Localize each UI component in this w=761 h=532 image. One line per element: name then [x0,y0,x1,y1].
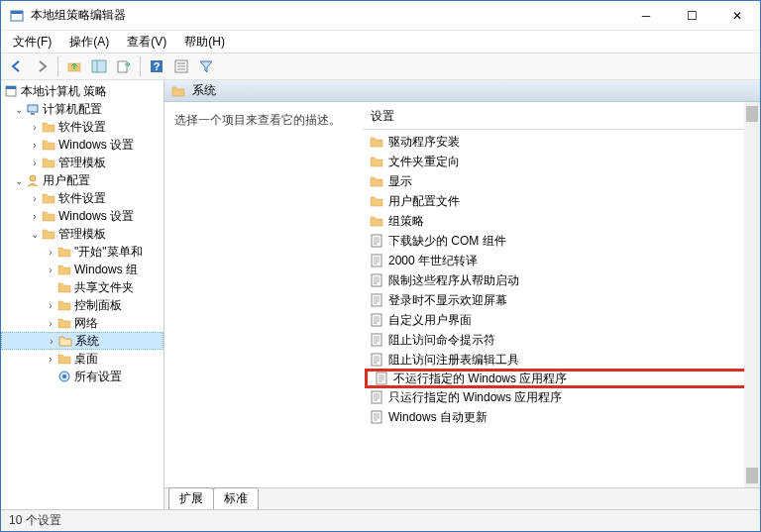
list-item[interactable]: 下载缺少的 COM 组件 [363,231,760,251]
expand-icon[interactable]: › [46,336,57,347]
list-item[interactable]: 用户配置文件 [363,191,760,211]
list-item[interactable]: 2000 年世纪转译 [363,251,760,270]
folder-icon [41,156,56,169]
tree-control-panel[interactable]: › 控制面板 [1,296,163,314]
scroll-up-button[interactable] [746,106,758,122]
list-item[interactable]: 阻止访问命令提示符 [363,330,760,350]
list-item[interactable]: Windows 自动更新 [363,407,760,427]
app-window: 本地组策略编辑器 ─ ☐ ✕ 文件(F) 操作(A) 查看(V) 帮助(H) ?… [0,0,761,532]
expand-icon[interactable]: › [29,211,41,222]
svg-rect-29 [372,274,381,286]
settings-list[interactable]: 设置 驱动程序安装文件夹重定向显示用户配置文件组策略下载缺少的 COM 组件20… [363,102,760,487]
folder-icon [56,316,72,330]
list-item[interactable]: 驱动程序安装 [363,132,760,152]
minimize-button[interactable]: ─ [623,1,669,31]
menu-help[interactable]: 帮助(H) [176,32,233,53]
tree-network[interactable]: › 网络 [1,314,163,332]
list-item-label: 阻止访问命令提示符 [388,332,495,349]
up-button[interactable] [62,54,86,78]
folder-icon [41,191,56,205]
list-item[interactable]: 不运行指定的 Windows 应用程序 [365,369,758,388]
tree-admin-templates-1[interactable]: › 管理模板 [1,154,163,171]
tab-extended[interactable]: 扩展 [168,487,214,509]
policy-setting-icon [369,234,384,248]
tree-software-settings-2[interactable]: › 软件设置 [1,189,163,207]
folder-icon [41,138,56,152]
show-tree-button[interactable] [87,54,111,78]
expand-icon[interactable]: › [45,354,56,365]
tree-system[interactable]: › 系统 [1,332,163,350]
collapse-icon[interactable]: ⌄ [13,104,25,115]
status-text: 10 个设置 [9,512,61,529]
tree-computer-config[interactable]: ⌄ 计算机配置 [1,100,163,118]
help-button[interactable]: ? [145,54,168,78]
collapse-icon[interactable]: ⌄ [13,175,25,186]
tree-windows-settings-2[interactable]: › Windows 设置 [1,207,163,225]
menubar: 文件(F) 操作(A) 查看(V) 帮助(H) [1,31,760,53]
folder-icon [369,174,384,188]
expand-icon[interactable]: › [45,265,56,275]
expand-icon[interactable]: › [45,247,56,258]
svg-rect-44 [372,334,381,346]
tree-windows-settings-1[interactable]: › Windows 设置 [1,136,163,154]
tree-all-settings[interactable]: 所有设置 [1,368,163,385]
expand-icon[interactable]: › [29,140,41,151]
expand-icon[interactable]: › [29,193,41,204]
policy-setting-icon [374,372,389,385]
list-item-label: 限制这些程序从帮助启动 [388,272,519,289]
list-item[interactable]: 只运行指定的 Windows 应用程序 [363,387,760,407]
expand-icon[interactable]: › [45,318,56,329]
menu-file[interactable]: 文件(F) [5,32,59,53]
tree-windows-components[interactable]: › Windows 组 [1,261,163,278]
list-item[interactable]: 组策略 [363,211,760,231]
scroll-down-button[interactable] [746,468,758,483]
folder-icon [369,194,384,208]
tree-software-settings-1[interactable]: › 软件设置 [1,118,163,136]
filter-button[interactable] [194,54,218,78]
settings-icon [56,370,72,383]
list-item[interactable]: 显示 [363,171,760,191]
folder-icon [369,155,384,168]
back-button[interactable] [5,54,29,78]
policy-icon [3,84,19,98]
scrollbar-vertical[interactable] [744,102,760,487]
expand-icon[interactable]: › [29,122,41,133]
tree-desktop[interactable]: › 桌面 [1,350,163,368]
list-item[interactable]: 登录时不显示欢迎屏幕 [363,290,760,310]
tab-standard[interactable]: 标准 [213,487,259,509]
tree-root[interactable]: 本地计算机 策略 [1,82,163,100]
svg-rect-24 [372,255,381,266]
details-panel: 系统 选择一个项目来查看它的描述。 设置 驱动程序安装文件夹重定向显示用户配置文… [164,80,760,509]
folder-icon [41,227,56,241]
menu-action[interactable]: 操作(A) [61,32,117,53]
window-controls: ─ ☐ ✕ [623,1,760,31]
properties-button[interactable] [169,54,193,78]
column-header-setting[interactable]: 设置 [363,106,760,127]
list-item[interactable]: 阻止访问注册表编辑工具 [363,350,760,370]
tree-user-config[interactable]: ⌄ 用户配置 [1,171,163,189]
export-button[interactable] [112,54,136,78]
expand-icon[interactable]: › [45,300,56,311]
expand-icon[interactable]: › [29,158,41,168]
separator [57,56,58,76]
list-item-label: 登录时不显示欢迎屏幕 [388,292,507,309]
tree-shared-folders[interactable]: 共享文件夹 [1,278,163,296]
description-column: 选择一个项目来查看它的描述。 [164,102,363,487]
tree-admin-templates-2[interactable]: ⌄ 管理模板 [1,225,163,243]
list-item[interactable]: 自定义用户界面 [363,310,760,330]
svg-rect-39 [372,314,381,326]
tree-panel[interactable]: 本地计算机 策略 ⌄ 计算机配置 › 软件设置 › Windows 设置 › 管… [1,80,164,509]
list-item-label: 不运行指定的 Windows 应用程序 [393,371,567,387]
list-item[interactable]: 限制这些程序从帮助启动 [363,270,760,290]
folder-icon [170,84,186,98]
forward-button[interactable] [30,54,54,78]
svg-point-16 [30,175,36,181]
menu-view[interactable]: 查看(V) [119,32,174,53]
svg-point-18 [62,374,66,378]
maximize-button[interactable]: ☐ [669,1,714,31]
tree-start-menu[interactable]: › "开始"菜单和 [1,243,163,261]
collapse-icon[interactable]: ⌄ [29,229,41,240]
list-item[interactable]: 文件夹重定向 [363,152,760,171]
close-button[interactable]: ✕ [714,1,760,31]
folder-icon [369,214,384,228]
